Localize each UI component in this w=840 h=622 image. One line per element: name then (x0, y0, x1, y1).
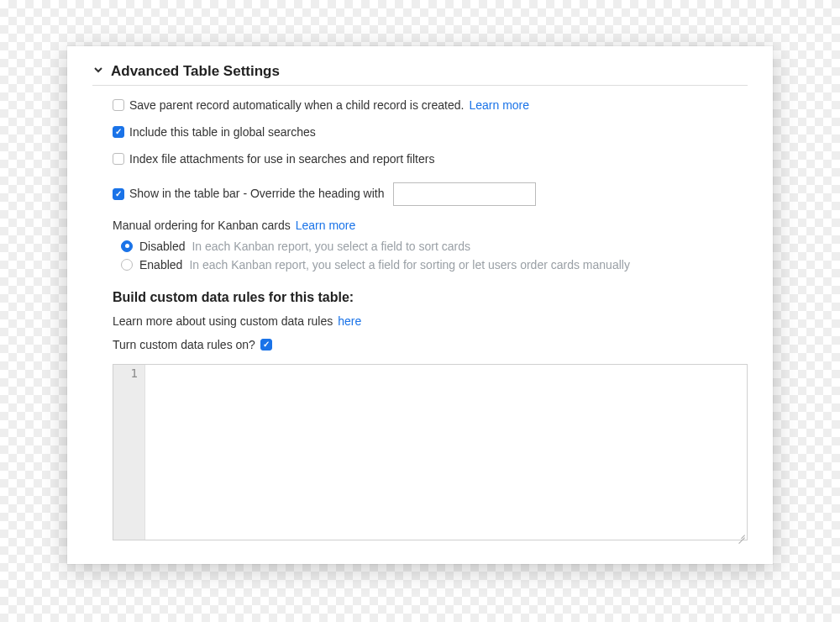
custom-rules-editor[interactable]: 1 (113, 364, 748, 540)
save-parent-learn-more-link[interactable]: Learn more (469, 98, 529, 113)
kanban-ordering-block: Manual ordering for Kanban cards Learn m… (113, 218, 748, 271)
table-bar-heading-input[interactable] (393, 182, 536, 206)
kanban-learn-more-link[interactable]: Learn more (296, 218, 356, 233)
kanban-enabled-label: Enabled (139, 258, 182, 271)
custom-rules-toggle-checkbox[interactable] (260, 339, 272, 351)
option-index-attachments: Index file attachments for use in search… (113, 151, 748, 166)
custom-rules-toggle-row: Turn custom data rules on? (113, 337, 748, 352)
kanban-disabled-desc: In each Kanban report, you select a fiel… (192, 240, 470, 253)
chevron-down-icon (92, 64, 104, 79)
kanban-title-row: Manual ordering for Kanban cards Learn m… (113, 218, 748, 233)
save-parent-label: Save parent record automatically when a … (129, 98, 464, 113)
custom-rules-learn-row: Learn more about using custom data rules… (113, 314, 748, 329)
save-parent-checkbox[interactable] (113, 99, 124, 111)
custom-rules-learn-link[interactable]: here (338, 314, 361, 329)
kanban-enabled-radio[interactable] (121, 259, 133, 271)
advanced-table-settings-panel: Advanced Table Settings Save parent reco… (67, 46, 773, 564)
global-search-label: Include this table in global searches (129, 124, 316, 140)
kanban-disabled-label: Disabled (139, 240, 185, 253)
kanban-enabled-desc: In each Kanban report, you select a fiel… (189, 258, 630, 271)
custom-rules-learn-text: Learn more about using custom data rules (113, 314, 333, 329)
custom-rules-toggle-label: Turn custom data rules on? (113, 337, 255, 352)
table-bar-checkbox[interactable] (113, 188, 124, 200)
option-table-bar: Show in the table bar - Override the hea… (113, 182, 748, 206)
index-attachments-label: Index file attachments for use in search… (129, 151, 434, 166)
table-bar-label: Show in the table bar - Override the hea… (129, 186, 385, 201)
section-header[interactable]: Advanced Table Settings (92, 63, 748, 86)
global-search-checkbox[interactable] (113, 126, 124, 138)
section-title: Advanced Table Settings (111, 63, 280, 80)
kanban-enabled-row[interactable]: Enabled In each Kanban report, you selec… (121, 258, 748, 271)
kanban-disabled-row[interactable]: Disabled In each Kanban report, you sele… (121, 240, 748, 253)
kanban-title: Manual ordering for Kanban cards (113, 218, 291, 233)
option-global-search: Include this table in global searches (113, 124, 748, 140)
custom-rules-heading: Build custom data rules for this table: (113, 290, 748, 305)
index-attachments-checkbox[interactable] (113, 153, 124, 165)
editor-body[interactable] (145, 365, 747, 540)
kanban-disabled-radio[interactable] (121, 240, 133, 252)
resize-grip-icon[interactable] (735, 528, 745, 538)
section-content: Save parent record automatically when a … (92, 86, 748, 540)
option-save-parent: Save parent record automatically when a … (113, 98, 748, 113)
editor-line-number: 1 (113, 365, 145, 540)
